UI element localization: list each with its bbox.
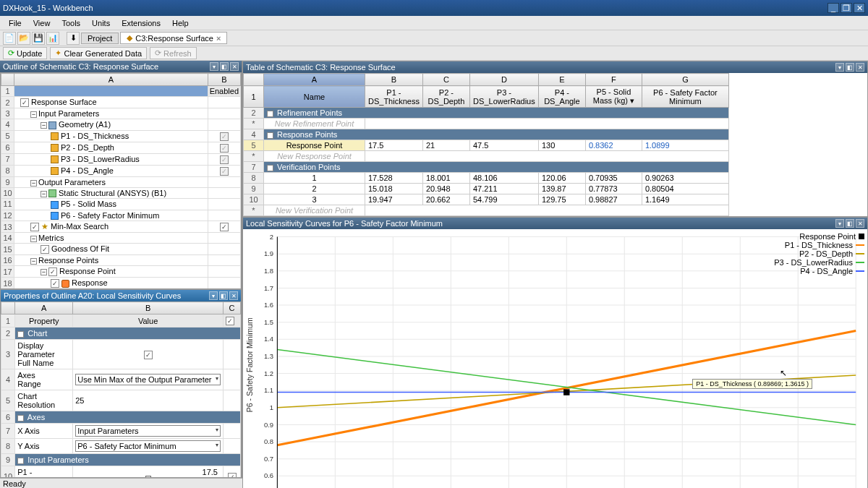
table-cell[interactable]: 0.80504 xyxy=(642,184,728,194)
panel-close-icon[interactable]: ✕ xyxy=(856,219,864,228)
prop-value[interactable]: 25 xyxy=(73,390,224,411)
menu-view[interactable]: View xyxy=(27,19,56,27)
menu-tools[interactable]: Tools xyxy=(56,19,86,27)
table-cell[interactable]: 120.06 xyxy=(538,173,585,184)
table-cell[interactable]: 3 xyxy=(264,194,365,205)
outline-tree[interactable]: AB1Enabled2 Response Surface3−Input Para… xyxy=(0,72,242,289)
table-cell[interactable]: 139.87 xyxy=(538,184,585,194)
table-cell[interactable]: 0.90263 xyxy=(642,173,728,184)
svg-text:0.7: 0.7 xyxy=(264,455,273,463)
panel-dropdown-icon[interactable]: ▾ xyxy=(835,219,844,228)
panel-close-icon[interactable]: ✕ xyxy=(229,291,238,300)
open-icon[interactable]: 📂 xyxy=(17,32,30,45)
panel-dropdown-icon[interactable]: ▾ xyxy=(210,62,218,71)
outline-header: Outline of Schematic C3: Response Surfac… xyxy=(0,61,242,72)
prop-value[interactable]: Input Parameters xyxy=(73,424,224,439)
table-cell[interactable]: 20.662 xyxy=(422,194,469,205)
toolbar-actions: ⟳Update ✦Clear Generated Data ⟳Refresh xyxy=(0,46,868,61)
save-icon[interactable]: 💾 xyxy=(32,32,45,45)
table-cell[interactable]: 2 xyxy=(264,184,365,194)
menu-units[interactable]: Units xyxy=(86,19,116,27)
tree-item[interactable]: P5 - Solid Mass xyxy=(14,199,208,210)
chart-tooltip: P1 - DS_Thickness ( 0.89869; 1.3615 ) xyxy=(692,379,812,389)
tab-close-icon[interactable]: × xyxy=(216,34,221,43)
tab-response-surface[interactable]: ◆ C3:Response Surface × xyxy=(120,32,227,44)
chart-icon[interactable]: 📊 xyxy=(46,32,59,45)
new-icon[interactable]: 📄 xyxy=(3,32,16,45)
table-cell[interactable]: 1.0899 xyxy=(642,140,728,151)
tree-item[interactable]: Response Surface xyxy=(14,97,208,108)
import-icon[interactable]: ⬇ xyxy=(67,32,80,45)
svg-text:0.9: 0.9 xyxy=(264,421,273,429)
tree-item[interactable]: −Input Parameters xyxy=(14,108,208,119)
tree-item[interactable]: −Geometry (A1) xyxy=(14,119,208,131)
table-cell[interactable]: 17.528 xyxy=(365,173,423,184)
prop-value[interactable]: 17.5 xyxy=(73,466,224,478)
table-cell[interactable]: 47.5 xyxy=(469,140,538,151)
select-7[interactable]: Input Parameters xyxy=(75,425,221,437)
tree-item[interactable]: −Output Parameters xyxy=(14,176,208,187)
table-cell[interactable]: 0.98827 xyxy=(585,194,642,205)
panel-pin-icon[interactable]: ◧ xyxy=(219,291,228,300)
menu-help[interactable]: Help xyxy=(166,19,195,27)
table-cell[interactable]: 20.948 xyxy=(422,184,469,194)
table-cell[interactable]: 47.211 xyxy=(469,184,538,194)
panel-pin-icon[interactable]: ◧ xyxy=(220,62,229,71)
tree-item[interactable]: P4 - DS_Angle xyxy=(14,165,208,176)
table-cell[interactable]: 17.5 xyxy=(365,140,423,151)
cursor-icon: ↖ xyxy=(780,368,787,378)
table-cell[interactable]: Response Point xyxy=(264,140,365,151)
table-cell[interactable]: 21 xyxy=(422,140,469,151)
tree-item[interactable]: ★ Min-Max Search xyxy=(14,221,208,233)
tree-item[interactable]: − Response Point xyxy=(14,266,208,278)
svg-text:1.2: 1.2 xyxy=(264,369,273,377)
tree-item[interactable]: P6 - Safety Factor Minimum xyxy=(14,210,208,221)
panel-close-icon[interactable]: ✕ xyxy=(856,63,864,72)
table-cell[interactable]: 15.018 xyxy=(365,184,423,194)
chart-legend: Response PointP1 - DS_ThicknessP2 - DS_D… xyxy=(774,232,864,275)
svg-text:1.9: 1.9 xyxy=(264,249,273,257)
prop-value[interactable]: P6 - Safety Factor Minimum xyxy=(73,439,224,454)
minimize-button[interactable]: _ xyxy=(827,3,839,13)
refresh-button[interactable]: ⟳Refresh xyxy=(150,47,197,59)
select-8[interactable]: P6 - Safety Factor Minimum xyxy=(75,440,221,452)
table-cell[interactable]: 1 xyxy=(264,173,365,184)
table-cell[interactable]: 0.70935 xyxy=(585,173,642,184)
tree-item[interactable]: −Response Points xyxy=(14,255,208,266)
close-button[interactable]: ✕ xyxy=(854,3,865,13)
tree-item[interactable]: P1 - DS_Thickness xyxy=(14,130,208,142)
tree-item[interactable]: −Static Structural (ANSYS) (B1) xyxy=(14,187,208,199)
update-button[interactable]: ⟳Update xyxy=(3,47,47,59)
prop-value[interactable]: Use Min Max of the Output Parameter xyxy=(73,369,224,390)
tree-item[interactable]: P3 - DS_LowerRadius xyxy=(14,153,208,165)
panel-dropdown-icon[interactable]: ▾ xyxy=(209,291,218,300)
tree-item[interactable]: Goodness Of Fit xyxy=(14,244,208,255)
properties-grid[interactable]: ABC1PropertyValue2− Chart3Display Parame… xyxy=(1,301,241,477)
table-cell[interactable]: 54.799 xyxy=(469,194,538,205)
table-cell[interactable]: 19.947 xyxy=(365,194,423,205)
clear-button[interactable]: ✦Clear Generated Data xyxy=(50,47,147,59)
tab-project[interactable]: Project xyxy=(81,33,119,44)
data-table[interactable]: ABCDEFG1NameP1 - DS_ThicknessP2 - DS_Dep… xyxy=(243,73,867,216)
table-cell[interactable]: 130 xyxy=(538,140,585,151)
table-cell[interactable]: 48.106 xyxy=(469,173,538,184)
menu-file[interactable]: File xyxy=(3,19,27,27)
panel-close-icon[interactable]: ✕ xyxy=(230,62,239,71)
table-cell[interactable]: 0.8362 xyxy=(585,140,642,151)
toolbar-main: 📄 📂 💾 📊 ⬇ Project ◆ C3:Response Surface … xyxy=(0,30,868,46)
menu-extensions[interactable]: Extensions xyxy=(116,19,166,27)
tree-item[interactable]: Response xyxy=(14,278,208,289)
tree-item[interactable]: P2 - DS_Depth xyxy=(14,142,208,153)
table-cell[interactable]: 18.001 xyxy=(422,173,469,184)
tree-item[interactable]: −Metrics xyxy=(14,233,208,244)
restore-button[interactable]: ❐ xyxy=(841,3,852,13)
panel-pin-icon[interactable]: ◧ xyxy=(846,63,854,72)
panel-pin-icon[interactable]: ◧ xyxy=(846,219,854,228)
table-cell[interactable]: 0.77873 xyxy=(585,184,642,194)
select-4[interactable]: Use Min Max of the Output Parameter xyxy=(75,374,221,385)
table-cell[interactable]: 1.1649 xyxy=(642,194,728,205)
panel-dropdown-icon[interactable]: ▾ xyxy=(835,63,844,72)
table-cell[interactable]: 129.75 xyxy=(538,194,585,205)
chart-area[interactable]: 00.10.20.30.40.50.60.70.80.910.60.70.80.… xyxy=(243,229,867,488)
prop-value[interactable] xyxy=(73,340,224,369)
